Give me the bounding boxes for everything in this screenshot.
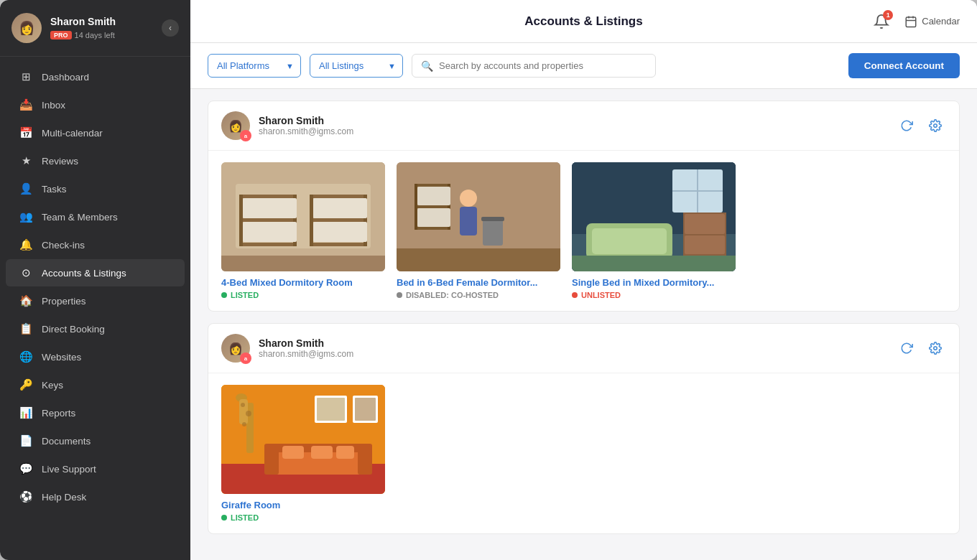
svg-rect-8 xyxy=(239,195,297,198)
sidebar-item-direct-booking[interactable]: 📋 Direct Booking xyxy=(6,315,185,342)
listing-title[interactable]: Giraffe Room xyxy=(221,500,385,510)
svg-rect-44 xyxy=(685,214,725,234)
sidebar-item-reviews[interactable]: ★ Reviews xyxy=(6,147,185,174)
svg-point-59 xyxy=(241,403,245,407)
svg-rect-68 xyxy=(336,446,354,459)
listings-select[interactable]: All Listings Listed Unlisted Disabled xyxy=(310,54,403,78)
svg-rect-65 xyxy=(358,449,372,475)
booking-icon: 📋 xyxy=(19,322,33,335)
listing-card[interactable]: 4-Bed Mixed Dormitory Room LISTED xyxy=(221,162,385,299)
refresh-icon[interactable] xyxy=(896,115,917,136)
notification-button[interactable]: 1 xyxy=(870,10,893,33)
listing-status: LISTED xyxy=(221,513,385,522)
status-label: UNLISTED xyxy=(581,291,621,299)
sidebar-header: 👩 Sharon Smith PRO 14 days left ‹ xyxy=(0,0,190,57)
airbnb-badge: a xyxy=(240,353,251,364)
listing-title[interactable]: Bed in 6-Bed Female Dormitor... xyxy=(397,277,560,288)
sidebar-item-inbox[interactable]: 📥 Inbox xyxy=(6,91,185,118)
notification-badge: 1 xyxy=(883,10,893,20)
sidebar-item-label: Websites xyxy=(42,352,81,363)
sidebar-item-label: Team & Members xyxy=(42,212,118,223)
listing-status: UNLISTED xyxy=(572,291,736,299)
svg-rect-20 xyxy=(313,198,367,218)
svg-point-61 xyxy=(242,422,246,426)
sidebar-item-websites[interactable]: 🌐 Websites xyxy=(6,343,185,370)
svg-rect-10 xyxy=(239,243,297,246)
sidebar-item-label: Tasks xyxy=(42,184,67,195)
sidebar-item-team[interactable]: 👥 Team & Members xyxy=(6,203,185,230)
listing-card[interactable]: Single Bed in Mixed Dormitory... UNLISTE… xyxy=(572,162,736,299)
sidebar-item-tasks[interactable]: 👤 Tasks xyxy=(6,175,185,202)
listings-grid: 4-Bed Mixed Dormitory Room LISTED xyxy=(208,151,959,311)
calendar-icon: 📅 xyxy=(19,126,33,139)
svg-rect-14 xyxy=(243,222,297,242)
sidebar-item-properties[interactable]: 🏠 Properties xyxy=(6,287,185,314)
listing-title[interactable]: Single Bed in Mixed Dormitory... xyxy=(572,277,736,288)
sidebar-item-label: Accounts & Listings xyxy=(42,268,126,279)
settings-icon[interactable] xyxy=(925,337,946,359)
refresh-icon[interactable] xyxy=(896,337,917,359)
account-actions xyxy=(896,115,946,136)
star-icon: ★ xyxy=(19,154,33,167)
sidebar-item-label: Multi-calendar xyxy=(42,128,103,139)
sidebar-item-documents[interactable]: 📄 Documents xyxy=(6,427,185,454)
account-info: Sharon Smith sharon.smith@igms.com xyxy=(259,115,887,136)
page-title: Accounts & Listings xyxy=(524,14,642,29)
content-area: 👩 a Sharon Smith sharon.smith@igms.com xyxy=(190,89,977,560)
sidebar-item-reports[interactable]: 📊 Reports xyxy=(6,399,185,426)
task-icon: 👤 xyxy=(19,182,33,195)
listing-card[interactable]: Giraffe Room LISTED xyxy=(221,385,385,522)
status-dot xyxy=(221,292,227,298)
svg-rect-46 xyxy=(572,256,736,271)
account-section: 👩 a Sharon Smith sharon.smith@igms.com xyxy=(208,101,960,312)
listings-grid: Giraffe Room LISTED xyxy=(208,373,959,533)
account-avatar: 👩 a xyxy=(221,111,250,140)
sidebar-item-dashboard[interactable]: ⊞ Dashboard xyxy=(6,63,185,90)
calendar-button[interactable]: Calendar xyxy=(904,15,960,28)
listings-select-wrapper: All Listings Listed Unlisted Disabled ▼ xyxy=(310,54,403,78)
search-input[interactable] xyxy=(439,55,647,77)
home-icon: 🏠 xyxy=(19,294,33,307)
sidebar-item-label: Inbox xyxy=(42,100,65,111)
avatar: 👩 xyxy=(11,13,42,43)
account-header: 👩 a Sharon Smith sharon.smith@igms.com xyxy=(208,101,959,151)
listing-thumbnail xyxy=(397,162,560,271)
svg-rect-15 xyxy=(310,195,367,198)
collapse-sidebar-button[interactable]: ‹ xyxy=(162,19,179,37)
main-content: Accounts & Listings 1 Ca xyxy=(190,0,977,560)
connect-account-button[interactable]: Connect Account xyxy=(848,53,960,78)
sidebar-item-multi-calendar[interactable]: 📅 Multi-calendar xyxy=(6,119,185,146)
sidebar-item-help-desk[interactable]: ⚽ Help Desk xyxy=(6,483,185,510)
sidebar-item-checkins[interactable]: 🔔 Check-ins xyxy=(6,231,185,258)
sidebar-item-keys[interactable]: 🔑 Keys xyxy=(6,371,185,398)
listing-title[interactable]: 4-Bed Mixed Dormitory Room xyxy=(221,277,385,288)
listing-thumbnail xyxy=(221,162,385,271)
calendar-icon xyxy=(904,15,917,28)
svg-rect-0 xyxy=(907,17,917,27)
doc-icon: 📄 xyxy=(19,434,33,447)
user-name: Sharon Smith xyxy=(50,16,153,27)
sidebar-item-label: Check-ins xyxy=(42,240,85,251)
svg-rect-33 xyxy=(417,187,450,205)
svg-rect-66 xyxy=(282,446,304,459)
status-label: LISTED xyxy=(231,291,259,299)
account-email: sharon.smith@igms.com xyxy=(259,349,887,359)
svg-rect-45 xyxy=(685,235,725,254)
svg-rect-18 xyxy=(310,195,313,246)
platforms-select[interactable]: All Platforms Airbnb Booking.com VRBO xyxy=(208,54,301,78)
status-dot xyxy=(221,515,227,521)
sidebar-item-accounts[interactable]: ⊙ Accounts & Listings xyxy=(6,259,185,286)
listing-card[interactable]: Bed in 6-Bed Female Dormitor... DISABLED… xyxy=(397,162,560,299)
toolbar: All Platforms Airbnb Booking.com VRBO ▼ … xyxy=(190,43,977,89)
sidebar-item-label: Live Support xyxy=(42,464,96,475)
svg-rect-29 xyxy=(415,205,450,208)
svg-rect-16 xyxy=(310,218,367,222)
sidebar-item-label: Documents xyxy=(42,436,91,447)
grid-icon: ⊞ xyxy=(19,70,33,83)
sidebar-item-live-support[interactable]: 💬 Live Support xyxy=(6,455,185,482)
svg-rect-52 xyxy=(317,398,345,421)
account-actions xyxy=(896,337,946,359)
team-icon: 👥 xyxy=(19,210,33,223)
svg-point-47 xyxy=(934,347,937,350)
settings-icon[interactable] xyxy=(925,115,946,136)
